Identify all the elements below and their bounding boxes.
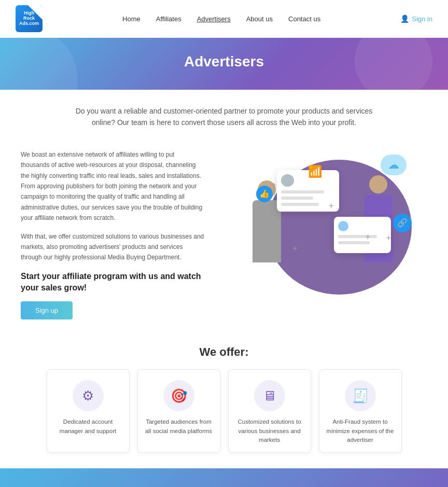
illustration: 👍 🔗 ☁ 📶 + + + + + [220,149,427,295]
offer-card-3: 🧾 Anti-Fraud system to minimize expenses… [319,369,402,453]
intro-text: Do you want a reliable and customer-orie… [68,105,380,129]
logo-text: High Rock Ads.com [19,11,39,26]
offer-icon-2: 🖥 [254,380,285,411]
site-header: High Rock Ads.com Home Affiliates Advert… [0,0,448,38]
offer-icon-3: 🧾 [345,380,376,411]
main-nav: Home Affiliates Advertisers About us Con… [122,15,320,23]
cloud-icon: ☁ [381,155,407,175]
main-para1: We boast an extensive network of affilia… [21,149,204,224]
offer-cards: ⚙ Dedicated account manager and support … [21,369,427,453]
main-para2: With that, we offer customized solutions… [21,231,204,263]
offer-icon-1: 🎯 [163,380,194,411]
hero-title: Advertisers [0,53,448,70]
user-icon: 👤 [400,15,409,23]
signup-button[interactable]: Sign up [21,301,73,319]
plus1: + [272,180,276,190]
offer-section: We offer: ⚙ Dedicated account manager an… [0,335,448,468]
offer-label-2: Customized solutions to various business… [235,418,304,444]
offer-title: We offer: [21,345,427,359]
main-section: We boast an extensive network of affilia… [0,139,448,336]
sign-in-button[interactable]: 👤 Sign in [400,15,432,23]
nav-home[interactable]: Home [122,15,141,23]
offer-icon-0: ⚙ [73,380,104,411]
offer-card-2: 🖥 Customized solutions to various busine… [228,369,311,453]
offer-label-3: Anti-Fraud system to minimize expenses o… [326,418,395,444]
offer-card-0: ⚙ Dedicated account manager and support [47,369,130,453]
plus3: + [366,232,370,242]
logo[interactable]: High Rock Ads.com [16,5,43,32]
nav-about[interactable]: About us [246,15,273,23]
plus2: + [329,201,333,211]
intro-section: Do you want a reliable and customer-orie… [0,90,448,139]
offer-card-1: 🎯 Targeted audiences from all social med… [137,369,220,453]
cta-heading: Start your affiliate program with us and… [21,271,204,294]
trusted-section: Trusted by the most successful advertise… [0,468,448,487]
screen-card-2 [334,217,391,253]
nav-contact[interactable]: Contact us [288,15,320,23]
share-icon: 🔗 [393,214,412,232]
offer-label-1: Targeted audiences from all social media… [144,418,214,436]
text-column: We boast an extensive network of affilia… [21,149,204,320]
hero-banner: Advertisers [0,38,448,90]
like-icon: 👍 [256,186,273,202]
wifi-icon: 📶 [308,165,322,178]
plus5: + [292,244,297,253]
offer-label-0: Dedicated account manager and support [53,418,123,436]
plus4: + [386,233,391,243]
nav-affiliates[interactable]: Affiliates [156,15,181,23]
nav-advertisers[interactable]: Advertisers [197,15,231,23]
